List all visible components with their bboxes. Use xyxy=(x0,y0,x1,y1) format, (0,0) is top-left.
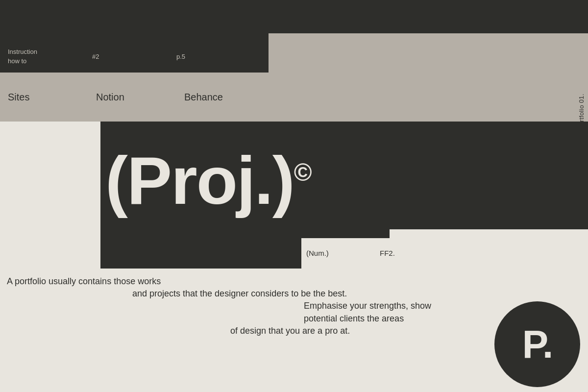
top-dark-bar xyxy=(0,0,588,33)
sites-notion: Notion xyxy=(96,92,124,102)
header-right-beige xyxy=(269,33,588,73)
sites-notion-col: Notion xyxy=(96,92,184,103)
right-dark-area xyxy=(390,122,588,229)
logo-text: P. xyxy=(522,325,552,364)
proj-copyright: © xyxy=(294,159,311,186)
body-text-line5: of design that you are a pro at. xyxy=(0,325,470,337)
instruction-number-col: #2 xyxy=(92,52,176,61)
body-text-line4: potential clients the areas xyxy=(0,313,470,325)
num-col: (Num.) xyxy=(301,249,380,258)
circle-logo: P. xyxy=(494,301,580,387)
instruction-col1: Instruction how to xyxy=(8,47,92,65)
proj-title-text: (Proj.)© xyxy=(105,147,311,214)
instruction-number: #2 xyxy=(92,53,99,60)
sites-col1: Sites xyxy=(8,92,96,103)
body-text-line2: and projects that the designer considers… xyxy=(0,288,470,300)
bottom-labels: (Num.) FF2. xyxy=(301,238,546,269)
body-text-block: A portfolio usually contains those works… xyxy=(0,275,470,337)
body-text-line3: Emphasise your strengths, show xyxy=(0,300,470,312)
sites-behance: Behance xyxy=(184,92,223,102)
instruction-page: p.5 xyxy=(176,53,185,60)
proj-title-container: (Proj.)© xyxy=(100,122,390,239)
instruction-label: Instruction how to xyxy=(8,48,37,65)
body-text-line1: A portfolio usually contains those works xyxy=(0,275,470,288)
instruction-page-col: p.5 xyxy=(176,52,261,61)
instruction-row: Instruction how to #2 p.5 xyxy=(0,37,269,76)
num-label: (Num.) xyxy=(306,249,329,257)
sites-row: Sites Notion Behance xyxy=(0,73,588,122)
ff2-col: FF2. xyxy=(380,249,458,258)
sites-label: Sites xyxy=(8,92,29,102)
ff2-label: FF2. xyxy=(380,249,395,257)
sites-behance-col: Behance xyxy=(184,92,272,103)
